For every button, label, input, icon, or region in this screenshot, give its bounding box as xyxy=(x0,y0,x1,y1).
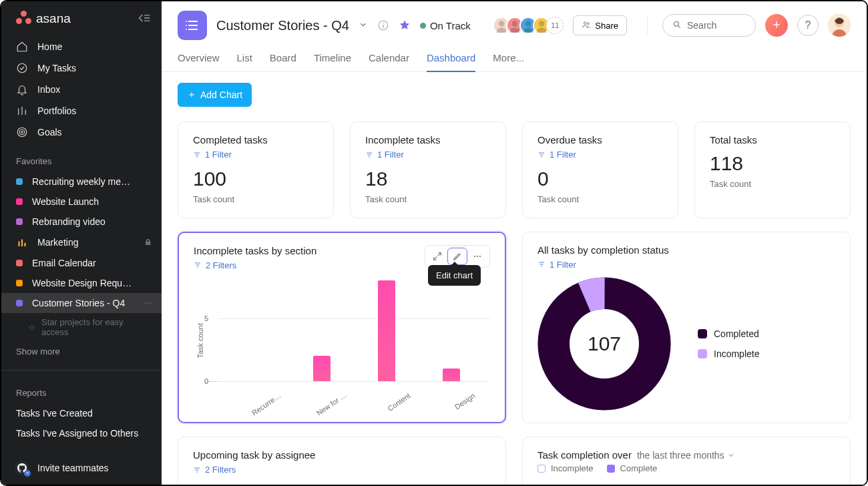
project-icon xyxy=(178,11,207,40)
tab-list[interactable]: List xyxy=(237,48,252,71)
plus-badge-icon: + xyxy=(24,470,31,477)
asana-dots-icon xyxy=(16,11,32,27)
nav-label: My Tasks xyxy=(37,63,76,73)
sidebar-item-portfolios[interactable]: Portfolios xyxy=(1,100,162,121)
status-chip[interactable]: On Track xyxy=(420,20,471,31)
chevron-down-icon[interactable] xyxy=(359,20,368,31)
lock-icon: 🔒︎ xyxy=(144,238,152,247)
filter-pill[interactable]: 1 Filter xyxy=(365,150,404,160)
svg-point-51 xyxy=(477,255,478,256)
stat-sub: Task count xyxy=(537,194,663,204)
completion-over-time-card: Task completion over the last three mont… xyxy=(522,437,851,485)
check-circle-icon xyxy=(16,62,28,74)
completion-status-card: All tasks by completion status 1 Filter … xyxy=(522,232,851,424)
stat-value: 118 xyxy=(710,152,835,175)
search-input[interactable]: Search xyxy=(662,14,756,37)
invite-teammates[interactable]: + Invite teammates xyxy=(1,451,162,485)
stat-value: 0 xyxy=(537,168,663,190)
sidebar-project-item[interactable]: Marketing🔒︎ xyxy=(1,232,162,253)
home-icon xyxy=(16,41,28,53)
project-label: Recruiting weekly me… xyxy=(32,176,130,187)
svg-line-33 xyxy=(678,25,680,27)
stat-card: Total tasks118Task count xyxy=(694,121,851,218)
svg-point-52 xyxy=(479,255,481,256)
favorites-list: Recruiting weekly me…Website LaunchRebra… xyxy=(1,172,162,313)
create-button[interactable] xyxy=(765,14,788,37)
filter-pill[interactable]: 1 Filter xyxy=(537,150,576,160)
member-avatars[interactable]: 11 xyxy=(493,17,564,34)
sidebar-project-item[interactable]: Rebranding video xyxy=(1,212,162,232)
report-link-assigned[interactable]: Tasks I've Assigned to Others xyxy=(1,423,162,443)
stat-sub: Task count xyxy=(365,194,491,204)
bar-plot-area: 05 xyxy=(204,280,490,382)
x-axis-labels: Recurre…New for …ContentDesign xyxy=(224,386,483,401)
legend-item: Incomplete xyxy=(698,348,759,359)
svg-point-29 xyxy=(539,21,544,26)
filter-pill[interactable]: 1 Filter xyxy=(193,150,232,160)
stat-sub: Task count xyxy=(193,194,318,204)
legend-item: Complete xyxy=(607,463,658,473)
filter-pill[interactable]: 2 Filters xyxy=(194,260,236,270)
svg-point-23 xyxy=(499,21,504,26)
info-icon[interactable] xyxy=(377,19,389,31)
collapse-sidebar-icon[interactable] xyxy=(138,13,151,25)
donut-chart: 107 xyxy=(537,277,671,411)
expand-chart-icon[interactable] xyxy=(427,248,447,265)
help-button[interactable]: ? xyxy=(797,15,819,36)
project-color-dot xyxy=(16,300,23,306)
svg-point-3 xyxy=(17,63,27,73)
star-outline-icon: ☆ xyxy=(28,322,36,332)
time-range-select[interactable]: the last three months xyxy=(637,450,735,461)
more-chart-icon[interactable] xyxy=(467,248,487,265)
status-dot-icon xyxy=(420,23,426,29)
project-title: Customer Stories - Q4 xyxy=(216,18,349,33)
chart-title: All tasks by completion status xyxy=(537,244,835,256)
sidebar-project-item[interactable]: Customer Stories - Q4⋯ xyxy=(1,293,162,313)
add-chart-button[interactable]: ＋ Add Chart xyxy=(178,83,252,107)
nav-label: Inbox xyxy=(37,84,60,95)
asana-logo[interactable]: asana xyxy=(16,11,71,27)
chart-title: Incomplete tasks by section xyxy=(194,245,316,256)
sidebar-item-home[interactable]: Home xyxy=(1,36,162,57)
nav-label: Home xyxy=(37,41,62,52)
report-link-created[interactable]: Tasks I've Created xyxy=(1,403,162,423)
show-more[interactable]: Show more xyxy=(1,340,162,363)
sidebar-project-item[interactable]: Recruiting weekly me… xyxy=(1,172,162,192)
tab-board[interactable]: Board xyxy=(270,48,296,71)
donut-center-value: 107 xyxy=(537,277,671,411)
tab-calendar[interactable]: Calendar xyxy=(369,48,409,71)
share-button[interactable]: Share xyxy=(573,15,627,35)
tab-overview[interactable]: Overview xyxy=(178,48,220,71)
sidebar-item-goals[interactable]: Goals xyxy=(1,121,162,143)
nav-label: Goals xyxy=(37,127,62,138)
star-filled-icon[interactable] xyxy=(399,19,411,31)
svg-point-25 xyxy=(512,21,517,26)
stat-card: Completed tasks1 Filter100Task count xyxy=(178,121,334,218)
donut-legend: CompletedIncomplete xyxy=(698,328,759,359)
svg-point-21 xyxy=(383,23,384,24)
sidebar: asana Home My Tasks Inbox Portfolios xyxy=(1,1,162,485)
nav-label: Portfolios xyxy=(37,105,76,116)
trend-legend: IncompleteComplete xyxy=(537,463,835,473)
member-overflow[interactable]: 11 xyxy=(546,17,564,34)
incomplete-by-section-card: Incomplete tasks by section 2 Filters xyxy=(178,232,506,424)
tab-timeline[interactable]: Timeline xyxy=(314,48,351,71)
more-icon[interactable]: ⋯ xyxy=(144,298,152,308)
svg-point-27 xyxy=(525,21,531,26)
sidebar-project-item[interactable]: Website Design Requ… xyxy=(1,273,162,293)
svg-point-32 xyxy=(674,21,678,26)
filter-pill[interactable]: 1 Filter xyxy=(537,260,576,270)
sidebar-project-item[interactable]: Email Calendar xyxy=(1,253,162,273)
sidebar-item-inbox[interactable]: Inbox xyxy=(1,79,162,100)
sidebar-project-item[interactable]: Website Launch xyxy=(1,192,162,212)
tab-dashboard[interactable]: Dashboard xyxy=(427,48,475,71)
current-user-avatar[interactable] xyxy=(828,14,851,37)
stat-sub: Task count xyxy=(710,179,835,189)
filter-pill[interactable]: 2 Filters xyxy=(193,465,236,475)
stat-title: Total tasks xyxy=(710,134,835,146)
target-icon xyxy=(16,126,28,138)
tab-more[interactable]: More... xyxy=(493,48,524,71)
sidebar-item-my-tasks[interactable]: My Tasks xyxy=(1,57,162,79)
legend-item: Completed xyxy=(698,328,759,339)
svg-point-8 xyxy=(19,130,25,135)
